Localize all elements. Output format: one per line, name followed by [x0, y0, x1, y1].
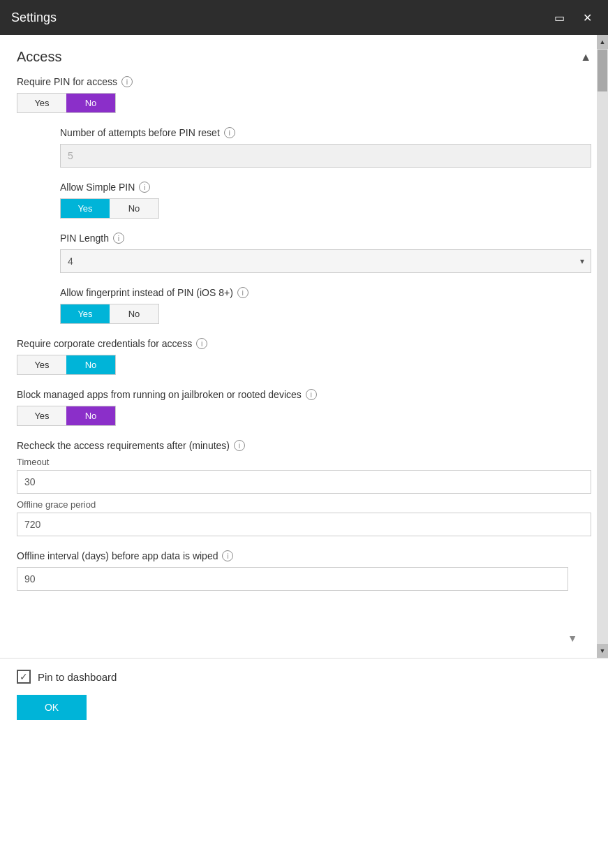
pin-to-dashboard-checkbox[interactable]: ✓	[17, 670, 31, 684]
offline-interval-row: Offline interval (days) before app data …	[17, 550, 591, 591]
simple-pin-yes-button[interactable]: Yes	[61, 199, 110, 218]
scrollbar: ▲ ▼	[597, 35, 608, 658]
settings-title: Settings	[11, 10, 57, 25]
checkbox-check-icon: ✓	[20, 672, 28, 682]
timeout-input[interactable]	[17, 470, 591, 494]
simple-pin-info-icon: i	[139, 182, 150, 193]
jailbroken-yes-button[interactable]: Yes	[17, 406, 66, 425]
fingerprint-label: Allow fingerprint instead of PIN (iOS 8+…	[60, 287, 591, 298]
offline-interval-input[interactable]	[17, 567, 568, 591]
offline-grace-group: Offline grace period	[17, 499, 591, 536]
jailbroken-label: Block managed apps from running on jailb…	[17, 389, 591, 400]
scroll-down-indicator: ▼	[17, 633, 591, 644]
offline-grace-input[interactable]	[17, 513, 591, 536]
minimize-button[interactable]: ▭	[549, 8, 569, 27]
offline-interval-label: Offline interval (days) before app data …	[17, 550, 591, 561]
attempts-row: Number of attempts before PIN reset i	[60, 127, 591, 168]
recheck-info-icon: i	[234, 440, 245, 451]
scroll-down-arrow[interactable]: ▼	[597, 644, 608, 658]
fingerprint-row: Allow fingerprint instead of PIN (iOS 8+…	[60, 287, 591, 324]
require-pin-yes-button[interactable]: Yes	[17, 94, 66, 112]
title-bar: Settings ▭ ✕	[0, 0, 608, 35]
corporate-creds-info-icon: i	[196, 338, 207, 349]
access-section-header: Access ▲	[17, 49, 591, 65]
jailbroken-no-button[interactable]: No	[66, 406, 115, 425]
attempts-input	[60, 144, 591, 168]
main-content: Access ▲ Require PIN for access i Yes No…	[0, 35, 608, 658]
timeout-group: Timeout	[17, 457, 591, 494]
ok-button[interactable]: OK	[17, 695, 87, 720]
pin-to-dashboard-row: ✓ Pin to dashboard	[17, 670, 591, 684]
jailbroken-info-icon: i	[306, 389, 317, 400]
fingerprint-toggle: Yes No	[60, 304, 159, 324]
pin-length-info-icon: i	[113, 233, 124, 244]
simple-pin-toggle: Yes No	[60, 198, 159, 219]
attempts-label: Number of attempts before PIN reset i	[60, 127, 591, 138]
require-pin-label: Require PIN for access i	[17, 76, 591, 87]
jailbroken-row: Block managed apps from running on jailb…	[17, 389, 591, 426]
spacer	[17, 605, 591, 633]
footer: ✓ Pin to dashboard OK	[0, 658, 608, 731]
jailbroken-toggle: Yes No	[17, 406, 116, 426]
pin-to-dashboard-label: Pin to dashboard	[38, 671, 117, 683]
collapse-button[interactable]: ▲	[580, 51, 591, 64]
recheck-label: Recheck the access requirements after (m…	[17, 440, 591, 451]
recheck-subfields: Timeout Offline grace period	[17, 457, 591, 536]
simple-pin-no-button[interactable]: No	[110, 199, 158, 218]
corporate-creds-no-button[interactable]: No	[66, 355, 115, 374]
fingerprint-yes-button[interactable]: Yes	[61, 304, 110, 323]
close-button[interactable]: ✕	[577, 8, 597, 27]
scroll-thumb	[598, 50, 607, 91]
pin-length-select[interactable]: 4 5 6	[60, 249, 591, 273]
fingerprint-info-icon: i	[237, 287, 249, 298]
pin-subsection: Number of attempts before PIN reset i Al…	[60, 127, 591, 324]
scroll-track	[597, 49, 608, 644]
scroll-up-arrow[interactable]: ▲	[597, 35, 608, 49]
pin-length-label: PIN Length i	[60, 233, 591, 244]
fingerprint-no-button[interactable]: No	[110, 304, 158, 323]
recheck-row: Recheck the access requirements after (m…	[17, 440, 591, 536]
corporate-creds-row: Require corporate credentials for access…	[17, 338, 591, 375]
pin-length-select-wrapper: 4 5 6 ▾	[60, 249, 591, 273]
timeout-label: Timeout	[17, 457, 591, 467]
offline-interval-info-icon: i	[222, 550, 233, 561]
require-pin-info-icon: i	[121, 76, 133, 87]
corporate-creds-yes-button[interactable]: Yes	[17, 355, 66, 374]
corporate-creds-label: Require corporate credentials for access…	[17, 338, 591, 349]
require-pin-no-button[interactable]: No	[66, 94, 115, 112]
title-bar-controls: ▭ ✕	[549, 8, 597, 27]
access-title: Access	[17, 49, 61, 65]
offline-grace-label: Offline grace period	[17, 499, 591, 510]
simple-pin-row: Allow Simple PIN i Yes No	[60, 182, 591, 219]
simple-pin-label: Allow Simple PIN i	[60, 182, 591, 193]
corporate-creds-toggle: Yes No	[17, 355, 116, 375]
require-pin-toggle: Yes No	[17, 93, 116, 113]
require-pin-row: Require PIN for access i Yes No	[17, 76, 591, 113]
pin-length-row: PIN Length i 4 5 6 ▾	[60, 233, 591, 273]
attempts-info-icon: i	[224, 127, 235, 138]
